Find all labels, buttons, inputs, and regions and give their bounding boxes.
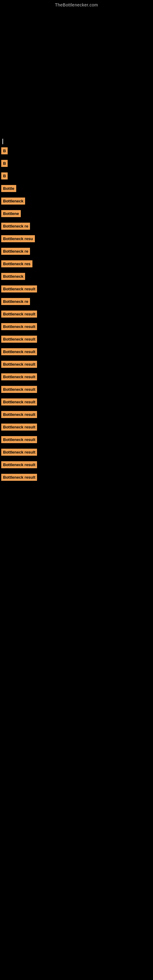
- list-item: Bottleneck result: [0, 309, 153, 321]
- bottleneck-label: Bottleneck result: [1, 386, 37, 393]
- list-item: Bottle: [0, 183, 153, 196]
- bottleneck-label: Bottleneck result: [1, 361, 37, 368]
- site-title: TheBottlenecker.com: [0, 0, 153, 7]
- list-item: Bottleneck result: [0, 409, 153, 422]
- bottleneck-label: Bottleneck res: [1, 260, 32, 267]
- bottleneck-label: Bottleneck result: [1, 436, 37, 443]
- cursor-indicator: [2, 139, 3, 144]
- list-item: Bottleneck re: [0, 246, 153, 258]
- list-item: Bottleneck re: [0, 221, 153, 233]
- list-item: Bottleneck: [0, 271, 153, 283]
- list-item: B: [0, 170, 153, 183]
- bottleneck-label: B: [1, 160, 8, 167]
- bottleneck-label: B: [1, 147, 8, 154]
- bottleneck-label: Bottleneck result: [1, 336, 37, 343]
- bottleneck-label: Bottleneck result: [1, 348, 37, 355]
- bottleneck-label: Bottleneck: [1, 273, 25, 280]
- bottleneck-label: Bottleneck result: [1, 449, 37, 456]
- bottleneck-label: Bottleneck result: [1, 411, 37, 418]
- list-item: Bottleneck result: [0, 460, 153, 472]
- bottleneck-label: Bottleneck result: [1, 310, 37, 318]
- list-item: Bottleneck re: [0, 296, 153, 309]
- list-item: Bottleneck result: [0, 321, 153, 334]
- list-item: B: [0, 145, 153, 158]
- bottleneck-label: Bottleneck result: [1, 398, 37, 406]
- bottleneck-label: Bottleneck result: [1, 461, 37, 468]
- list-item: Bottleneck result: [0, 472, 153, 485]
- list-item: Bottleneck res: [0, 258, 153, 271]
- bottleneck-label: Bottleneck re: [1, 298, 30, 305]
- list-item: Bottleneck result: [0, 359, 153, 371]
- bottleneck-label: Bottle: [1, 185, 16, 192]
- list-item: Bottleneck: [0, 196, 153, 208]
- list-item: Bottleneck result: [0, 384, 153, 396]
- bottleneck-label: Bottleneck result: [1, 373, 37, 380]
- bottleneck-label: Bottleneck: [1, 197, 25, 205]
- list-item: Bottleneck result: [0, 434, 153, 447]
- list-item: B: [0, 158, 153, 170]
- list-item: Bottleneck result: [0, 447, 153, 460]
- bottleneck-label: Bottleneck result: [1, 423, 37, 431]
- bottleneck-label: Bottlene: [1, 210, 21, 217]
- bottleneck-label: Bottleneck re: [1, 223, 30, 230]
- list-item: Bottleneck result: [0, 283, 153, 296]
- list-item: Bottleneck result: [0, 371, 153, 384]
- bottleneck-label: Bottleneck result: [1, 285, 37, 293]
- list-item: Bottlene: [0, 208, 153, 221]
- bottleneck-label: B: [1, 172, 8, 180]
- bottleneck-label: Bottleneck result: [1, 323, 37, 330]
- list-item: Bottleneck result: [0, 346, 153, 359]
- bottleneck-label: Bottleneck result: [1, 474, 37, 481]
- list-item: Bottleneck result: [0, 396, 153, 409]
- list-item: Bottleneck result: [0, 422, 153, 434]
- bottleneck-label: Bottleneck re: [1, 248, 30, 255]
- list-item: Bottleneck resu: [0, 233, 153, 246]
- black-section: [0, 7, 153, 139]
- list-item: Bottleneck result: [0, 334, 153, 346]
- bottleneck-list: BBBBottleBottleneckBottleneBottleneck re…: [0, 145, 153, 485]
- bottleneck-label: Bottleneck resu: [1, 235, 35, 242]
